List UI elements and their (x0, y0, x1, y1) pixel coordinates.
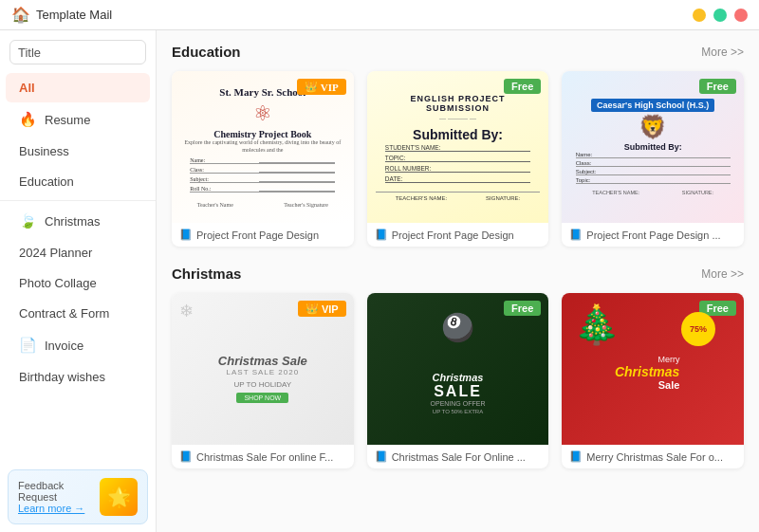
education-section-header: Education More >> (172, 44, 744, 60)
xmas1-sale: LAST SALE 2020 (227, 368, 300, 376)
edu-card-2-label: Project Front Page Design (392, 229, 514, 241)
edu-card-2-doc-icon: 📘 (375, 229, 388, 241)
xmas-card-2-label: Christmas Sale For Online ... (392, 451, 526, 463)
xmas-card-2[interactable]: Free 🎱 Christmas SALE OPENING OFFER UP T… (367, 293, 549, 468)
all-label: All (19, 81, 35, 95)
edu2-field-roll: ROLL NUMBER: (385, 165, 530, 173)
xmas-card-1-badge: 👑 VIP (298, 301, 346, 317)
window-controls: − □ × (693, 9, 748, 22)
edu2-field-student: STUDENT'S NAME: (385, 144, 530, 152)
main-layout: 🔍 All 🔥 Resume Business Education 🍃 Chri… (0, 30, 759, 532)
xmas3-discount-badge: 75% (681, 312, 715, 346)
edu1-line-3: Subject: (190, 176, 335, 183)
search-bar[interactable]: 🔍 (9, 40, 146, 64)
sidebar-item-resume[interactable]: 🔥 Resume (6, 103, 150, 136)
xmas-card-3[interactable]: Free 🎄 75% Merry Christmas Sale 📘 Merry … (562, 293, 744, 468)
sidebar-item-business[interactable]: Business (6, 137, 150, 166)
leaf-icon: 🍃 (19, 212, 37, 229)
sidebar-nav: All 🔥 Resume Business Education 🍃 Christ… (0, 72, 156, 462)
education-section: Education More >> 👑 VIP St. Mary Sr. Sch… (172, 44, 744, 247)
xmas-card-1-footer: 📘 Christmas Sale For online F... (172, 445, 354, 468)
edu2-field-date: DATE: (385, 175, 530, 183)
edu2-field-topic: TOPIC: (385, 155, 530, 162)
edu2-fields: STUDENT'S NAME: TOPIC: ROLL NUMBER: DATE… (385, 144, 530, 186)
xmas1-btn: SHOP NOW (236, 393, 288, 403)
edu-card-3[interactable]: Free Caesar's High School (H.S.) 🦁 Submi… (562, 71, 744, 247)
edu3-field-name: Name: (576, 152, 731, 158)
edu-card-2-thumb: Free ENGLISH PROJECTSUBMISSION — ——— — S… (367, 71, 549, 223)
xmas-card-3-thumb: Free 🎄 75% Merry Christmas Sale (562, 293, 744, 445)
christmas-label: Christmas (45, 214, 101, 229)
edu1-line-2: Class: (190, 167, 335, 174)
xmas-card-2-footer: 📘 Christmas Sale For Online ... (367, 445, 549, 468)
sidebar-item-planner[interactable]: 2024 Planner (6, 238, 150, 267)
sidebar-item-contract[interactable]: Contract & Form (6, 299, 150, 328)
edu-card-1[interactable]: 👑 VIP St. Mary Sr. School ⚛ Chemistry Pr… (172, 71, 354, 247)
feedback-image: 🌟 (100, 478, 138, 516)
feedback-label: Feedback Request (18, 480, 94, 503)
titlebar: 🏠 Template Mail − □ × (0, 0, 759, 30)
xmas-card-2-badge: Free (504, 301, 541, 316)
xmas2-offer: UP TO 50% EXTRA (433, 409, 483, 414)
xmas-crown-icon: 👑 (305, 303, 319, 315)
edu3-sub: Submitted By: (624, 142, 682, 152)
christmas-section: Christmas More >> 👑 VIP ❄ Christmas Sale (172, 266, 744, 468)
fire-icon: 🔥 (19, 111, 37, 128)
feedback-box[interactable]: Feedback Request Learn more → 🌟 (8, 469, 148, 524)
contract-label: Contract & Form (19, 306, 109, 321)
xmas-card-1-thumb: 👑 VIP ❄ Christmas Sale LAST SALE 2020 UP… (172, 293, 354, 445)
planner-label: 2024 Planner (19, 246, 92, 260)
sidebar-item-christmas[interactable]: 🍃 Christmas (6, 205, 150, 237)
edu3-fields: Name: Class: Subject: Topic: (576, 152, 731, 186)
xmas-card-2-thumb: Free 🎱 Christmas SALE OPENING OFFER UP T… (367, 293, 549, 445)
edu-card-3-badge: Free (699, 79, 736, 94)
xmas2-sale: SALE (434, 383, 482, 400)
education-more-link[interactable]: More >> (701, 46, 744, 59)
edu-card-2-badge: Free (504, 79, 541, 94)
search-input[interactable] (18, 46, 157, 60)
edu3-school: Caesar's High School (H.S.) (591, 99, 714, 112)
christmas-section-title: Christmas (172, 266, 241, 282)
edu-card-3-doc-icon: 📘 (569, 229, 583, 241)
invoice-label: Invoice (45, 339, 83, 353)
xmas1-title: Christmas Sale (218, 354, 307, 368)
sidebar-item-all[interactable]: All (6, 73, 150, 102)
edu1-icon: ⚛ (253, 101, 272, 126)
xmas1-offer: UP TO HOLIDAY (233, 380, 291, 389)
sidebar-item-birthday[interactable]: Birthday wishes (6, 362, 150, 392)
edu3-field-topic: Topic: (576, 177, 731, 184)
app-icon: 🏠 (11, 6, 30, 24)
education-cards-grid: 👑 VIP St. Mary Sr. School ⚛ Chemistry Pr… (172, 71, 744, 247)
edu-card-2[interactable]: Free ENGLISH PROJECTSUBMISSION — ——— — S… (367, 71, 549, 247)
christmas-more-link[interactable]: More >> (701, 267, 744, 281)
edu1-line-4: Roll No.: (190, 186, 335, 193)
sidebar: 🔍 All 🔥 Resume Business Education 🍃 Chri… (0, 30, 157, 532)
main-content: Education More >> 👑 VIP St. Mary Sr. Sch… (157, 30, 759, 532)
edu1-desc: Explore the captivating world of chemist… (172, 139, 354, 155)
edu-card-3-label: Project Front Page Design ... (586, 229, 720, 241)
divider-1 (0, 200, 156, 201)
edu2-sub: Submitted By: (413, 127, 503, 142)
xmas-card-1[interactable]: 👑 VIP ❄ Christmas Sale LAST SALE 2020 UP… (172, 293, 354, 468)
sidebar-item-invoice[interactable]: 📄 Invoice (6, 329, 150, 361)
feedback-link[interactable]: Learn more → (18, 503, 94, 514)
xmas3-xmas: Christmas (615, 364, 679, 379)
xmas1-snowflake-icon: ❄ (179, 301, 194, 321)
business-label: Business (19, 144, 69, 158)
xmas2-desc: OPENING OFFER (431, 400, 486, 407)
edu3-logo-icon: 🦁 (639, 114, 667, 140)
close-button[interactable]: × (734, 9, 748, 22)
sidebar-item-photo-collage[interactable]: Photo Collage (6, 268, 150, 298)
edu2-title: ENGLISH PROJECTSUBMISSION (410, 94, 505, 113)
edu2-divider-text: — ——— — (439, 115, 476, 121)
minimize-button[interactable]: − (693, 9, 706, 22)
edu1-school: St. Mary Sr. School (219, 86, 305, 99)
xmas2-ornament-icon: 🎱 (441, 312, 474, 343)
education-label: Education (19, 174, 74, 189)
xmas-card-3-doc-icon: 📘 (569, 450, 583, 463)
xmas-card-1-doc-icon: 📘 (179, 450, 193, 463)
xmas-card-2-doc-icon: 📘 (375, 450, 388, 463)
sidebar-item-education[interactable]: Education (6, 167, 150, 196)
edu-card-1-footer: 📘 Project Front Page Design (172, 223, 354, 247)
maximize-button[interactable]: □ (713, 9, 727, 22)
